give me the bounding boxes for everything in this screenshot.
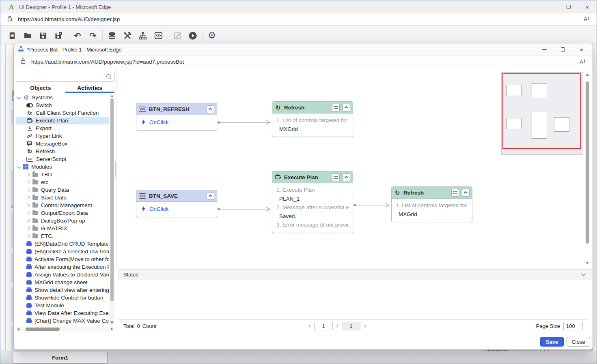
save-button[interactable]: Save bbox=[540, 337, 564, 347]
popup-maximize-button[interactable] bbox=[554, 43, 572, 56]
scroll-up-icon[interactable] bbox=[586, 73, 589, 76]
minimize-button[interactable] bbox=[541, 0, 559, 13]
main-url-text[interactable]: https://aud.bimatrix.com/AUD/designer.js… bbox=[18, 16, 120, 22]
code-editor-button[interactable] bbox=[151, 28, 166, 43]
tree-module-item[interactable]: Assign Values to Declared Varial bbox=[16, 271, 109, 278]
tree-module-item[interactable]: [Chart] Change MAX Value Colo bbox=[16, 317, 109, 325]
param-value[interactable]: MXGrid bbox=[396, 210, 468, 219]
node-properties-button[interactable] bbox=[451, 189, 459, 197]
tree-item-hyper-link[interactable]: Hyper Link bbox=[16, 132, 109, 140]
maximize-button[interactable] bbox=[559, 0, 578, 13]
event-row[interactable]: OnClick bbox=[140, 204, 213, 214]
page-size-input[interactable] bbox=[563, 322, 583, 330]
tree-folder-control-management[interactable]: Control Management bbox=[16, 201, 109, 209]
open-button[interactable] bbox=[20, 28, 35, 43]
param-value[interactable]: MXGrid bbox=[276, 125, 349, 134]
previous-page-button[interactable]: ‹ bbox=[308, 322, 310, 330]
tree-module-item[interactable]: (EN)Delete a selected row from bbox=[16, 248, 109, 255]
event-row[interactable]: OnClick bbox=[140, 118, 213, 127]
splitter-grip[interactable] bbox=[115, 161, 117, 177]
node-execute-plan[interactable]: Execute Plan 1. Execute Plan PLAN_1 2. M… bbox=[272, 171, 353, 233]
scroll-up-icon[interactable] bbox=[110, 95, 114, 97]
current-page-input[interactable] bbox=[314, 322, 333, 330]
tree-item-call-client-script[interactable]: fx Call Client Script Function bbox=[16, 109, 109, 117]
tree-item-serverscript[interactable]: </> ServerScript bbox=[16, 155, 109, 163]
scrollbar-thumb[interactable] bbox=[26, 328, 60, 331]
scroll-down-icon[interactable] bbox=[110, 321, 114, 324]
tree-module-item[interactable]: Test Module bbox=[16, 302, 109, 309]
collapse-node-button[interactable] bbox=[207, 192, 214, 200]
status-collapse-button[interactable] bbox=[581, 272, 586, 278]
tree-folder-query-data[interactable]: Query Data bbox=[16, 186, 109, 194]
popup-close-button[interactable]: × bbox=[572, 43, 591, 56]
scrollbar-thumb[interactable] bbox=[586, 81, 589, 244]
tree-folder-dialogbox[interactable]: DialogBox/Pop-up bbox=[16, 217, 109, 225]
param-value[interactable]: PLAN_1 bbox=[276, 195, 349, 203]
collapse-node-button[interactable] bbox=[462, 189, 470, 197]
node-properties-button[interactable] bbox=[332, 104, 340, 111]
undo-button[interactable]: ↶ bbox=[70, 28, 85, 43]
node-header[interactable]: ↻ Refresh bbox=[392, 187, 472, 199]
node-refresh-1[interactable]: ↻ Refresh 1. List of controls targeted f… bbox=[272, 101, 353, 137]
tree-horizontal-scrollbar[interactable] bbox=[16, 327, 114, 332]
flow-canvas[interactable]: GO BTN_REFRESH OnClick ↻ Refresh bbox=[118, 69, 591, 268]
hierarchy-button[interactable] bbox=[135, 28, 151, 43]
param-value[interactable]: Saved. bbox=[276, 212, 349, 221]
scroll-down-icon[interactable] bbox=[586, 262, 589, 264]
tree-item-refresh[interactable]: ↻ Refresh bbox=[16, 148, 109, 155]
database-button[interactable] bbox=[104, 28, 120, 43]
tree-folder-etc[interactable]: etc bbox=[16, 178, 109, 186]
read-aloud-icon[interactable]: A bbox=[584, 16, 590, 22]
new-document-button[interactable] bbox=[4, 28, 20, 43]
next-page-button[interactable]: › bbox=[364, 322, 366, 330]
tree-module-item[interactable]: Activate Form(Move to other fo bbox=[16, 255, 109, 263]
tree-folder-tbd[interactable]: TBD bbox=[16, 171, 109, 178]
scrollbar-thumb[interactable] bbox=[110, 98, 114, 301]
tree-module-item[interactable]: After executing the Execution Pl bbox=[16, 263, 109, 271]
popup-minimize-button[interactable] bbox=[535, 43, 554, 56]
tree-vertical-scrollbar[interactable] bbox=[110, 94, 114, 325]
tree-folder-g-matrix[interactable]: G-MATRIX bbox=[16, 225, 109, 232]
save-button[interactable] bbox=[35, 28, 51, 43]
tree-module-item[interactable]: MXGrid change sheet bbox=[16, 278, 109, 286]
tab-objects[interactable]: Objects bbox=[16, 84, 65, 93]
close-button[interactable]: Close bbox=[567, 337, 590, 347]
node-header[interactable]: Execute Plan bbox=[272, 171, 353, 183]
edit-button[interactable] bbox=[170, 28, 185, 43]
minimap-viewport[interactable] bbox=[502, 73, 581, 149]
node-btn-refresh[interactable]: GO BTN_REFRESH OnClick bbox=[136, 103, 217, 131]
collapse-node-button[interactable] bbox=[207, 105, 214, 113]
tree-folder-output-export[interactable]: Output/Export Data bbox=[16, 209, 109, 217]
run-button[interactable] bbox=[185, 28, 200, 43]
tree-module-item[interactable]: Show detail view after entering bbox=[16, 286, 109, 294]
scroll-left-icon[interactable] bbox=[17, 328, 19, 331]
node-btn-save[interactable]: GO BTN_SAVE OnClick bbox=[136, 190, 217, 217]
tree-group-systems[interactable]: ⚙ Systems bbox=[16, 94, 109, 101]
collapse-node-button[interactable] bbox=[343, 104, 350, 111]
tree-folder-save-data[interactable]: Save Data bbox=[16, 194, 109, 201]
read-aloud-icon[interactable]: A bbox=[580, 59, 586, 65]
node-header[interactable]: GO BTN_SAVE bbox=[136, 190, 217, 202]
tree-item-export[interactable]: Export bbox=[16, 124, 109, 132]
collapse-node-button[interactable] bbox=[343, 173, 350, 181]
canvas-vertical-scrollbar[interactable] bbox=[584, 69, 590, 268]
tree-group-modules[interactable]: Modules bbox=[16, 163, 109, 171]
tree-item-execute-plan[interactable]: Execute Plan bbox=[16, 117, 109, 124]
save-as-button[interactable] bbox=[51, 28, 66, 43]
settings-button[interactable]: ⚙ bbox=[204, 28, 220, 43]
node-header[interactable]: ↻ Refresh bbox=[272, 102, 353, 113]
form-tab[interactable]: Form1 bbox=[13, 352, 108, 364]
tools-button[interactable] bbox=[120, 28, 135, 43]
scroll-right-icon[interactable] bbox=[111, 328, 113, 331]
search-input[interactable] bbox=[16, 72, 114, 81]
close-button[interactable]: × bbox=[578, 0, 597, 13]
node-header[interactable]: GO BTN_REFRESH bbox=[136, 103, 217, 115]
tree-item-messagebox[interactable]: MessageBox bbox=[16, 140, 109, 148]
tab-activities[interactable]: Activities bbox=[65, 84, 115, 93]
tree-module-item[interactable]: ShowHide Control for button bbox=[16, 294, 109, 302]
tree-item-switch[interactable]: Switch bbox=[16, 101, 109, 109]
canvas-minimap[interactable] bbox=[501, 72, 583, 155]
node-refresh-2[interactable]: ↻ Refresh 1. List of controls targeted f… bbox=[391, 186, 472, 222]
tree-module-item[interactable]: (EN)DataGrid CRUD Template bbox=[16, 240, 109, 248]
node-properties-button[interactable] bbox=[332, 173, 340, 181]
